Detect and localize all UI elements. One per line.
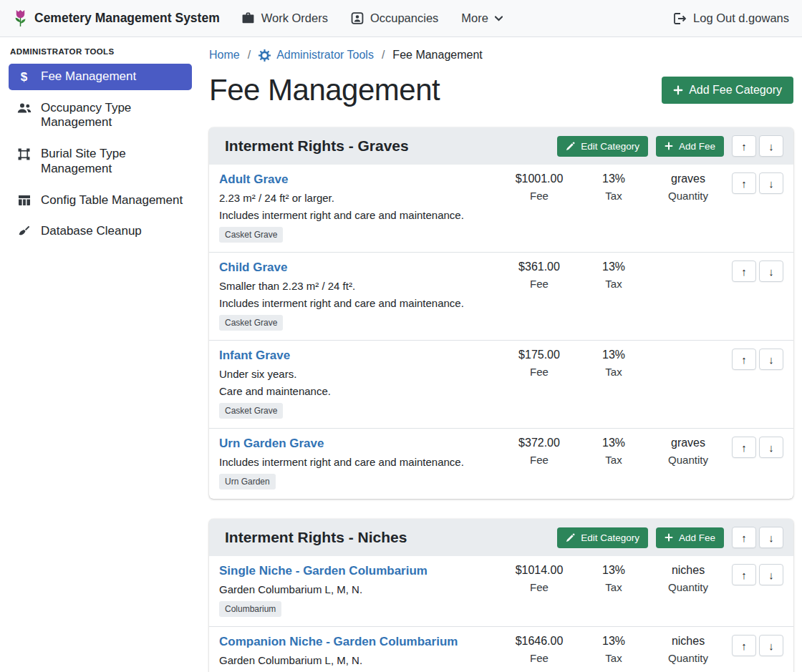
- breadcrumb-current: Fee Management: [392, 49, 482, 62]
- fee-description: Includes interment right and care and ma…: [219, 297, 501, 309]
- breadcrumb-separator: /: [382, 49, 385, 62]
- fee-amount: $372.00 Fee: [501, 437, 577, 490]
- tulip-logo-icon: [13, 9, 28, 27]
- fee-row: Adult Grave 2.23 m² / 24 ft² or larger. …: [209, 165, 793, 252]
- pencil-icon: [566, 533, 575, 542]
- fee-row: Companion Niche - Garden Columbarium Gar…: [209, 626, 793, 672]
- sidebar-item-fee-management[interactable]: $ Fee Management: [9, 64, 192, 90]
- main-content: Home /: [200, 37, 802, 672]
- logout-button[interactable]: Log Out d.gowans: [674, 11, 789, 25]
- fee-type-badge: Casket Grave: [219, 227, 283, 243]
- tax-rate: 13% Tax: [577, 349, 650, 419]
- fee-type-badge: Casket Grave: [219, 315, 283, 331]
- quantity-unit: niches Quantity: [650, 564, 726, 617]
- page-title: Fee Management: [209, 73, 440, 107]
- fee-description: Smaller than 2.23 m² / 24 ft².: [219, 280, 501, 292]
- sidebar-heading: Administrator Tools: [0, 47, 200, 64]
- quantity-unit: graves Quantity: [650, 172, 726, 243]
- fee-amount: $1646.00 Fee: [501, 635, 577, 672]
- quantity-unit: [650, 349, 726, 419]
- top-navbar: Cemetery Management System Work Orders O…: [0, 0, 802, 37]
- move-fee-down-button[interactable]: ↓: [759, 635, 783, 656]
- fee-row: Child Grave Smaller than 2.23 m² / 24 ft…: [209, 252, 793, 340]
- breadcrumb: Home /: [209, 49, 793, 62]
- move-fee-up-button[interactable]: ↑: [732, 260, 756, 282]
- fee-amount: $1014.00 Fee: [501, 564, 577, 617]
- nav-work-orders[interactable]: Work Orders: [241, 11, 328, 25]
- move-fee-up-button[interactable]: ↑: [732, 349, 756, 370]
- nav-occupancies[interactable]: Occupancies: [351, 11, 438, 25]
- fee-name-link[interactable]: Adult Grave: [219, 172, 288, 186]
- fee-amount: $361.00 Fee: [501, 260, 577, 331]
- move-fee-down-button[interactable]: ↓: [759, 564, 783, 585]
- sidebar-item-config-table-management[interactable]: Config Table Management: [9, 188, 192, 214]
- sidebar-item-burial-site-type-management[interactable]: Burial Site Type Management: [9, 141, 192, 182]
- tax-rate: 13% Tax: [577, 260, 650, 331]
- move-fee-up-button[interactable]: ↑: [732, 437, 756, 458]
- occupancies-icon: [351, 12, 364, 24]
- vector-square-icon: [16, 148, 32, 160]
- move-category-down-button[interactable]: ↓: [759, 135, 783, 157]
- work-orders-icon: [241, 12, 255, 24]
- fee-description: Care and maintenance.: [219, 385, 501, 397]
- add-fee-button[interactable]: Add Fee: [656, 136, 724, 157]
- tax-rate: 13% Tax: [577, 564, 650, 617]
- category-header: Interment Rights - Graves Edit Category …: [209, 127, 793, 165]
- nav-more[interactable]: More: [461, 11, 503, 25]
- breadcrumb-admin-tools-link[interactable]: Administrator Tools: [259, 49, 374, 62]
- fee-name-link[interactable]: Child Grave: [219, 260, 287, 274]
- quantity-unit: graves Quantity: [650, 437, 726, 490]
- admin-sidebar: Administrator Tools $ Fee Management Occ…: [0, 37, 200, 672]
- breadcrumb-separator: /: [248, 49, 251, 62]
- fee-name-link[interactable]: Infant Grave: [219, 349, 290, 362]
- plus-icon: [665, 142, 673, 150]
- edit-category-button[interactable]: Edit Category: [557, 527, 648, 548]
- fee-row: Infant Grave Under six years. Care and m…: [209, 340, 793, 428]
- broom-icon: [16, 225, 32, 237]
- move-fee-down-button[interactable]: ↓: [759, 172, 783, 194]
- category-title: Interment Rights - Graves: [225, 136, 557, 156]
- fee-name-link[interactable]: Single Niche - Garden Columbarium: [219, 564, 427, 578]
- tax-rate: 13% Tax: [577, 635, 650, 672]
- fee-name-link[interactable]: Companion Niche - Garden Columbarium: [219, 635, 458, 648]
- tax-rate: 13% Tax: [577, 437, 650, 490]
- move-fee-up-button[interactable]: ↑: [732, 635, 756, 656]
- fee-amount: $175.00 Fee: [501, 349, 577, 419]
- category-card-graves: Interment Rights - Graves Edit Category …: [209, 127, 793, 499]
- breadcrumb-home-link[interactable]: Home: [209, 49, 240, 62]
- dollar-icon: $: [16, 71, 32, 83]
- move-fee-up-button[interactable]: ↑: [732, 564, 756, 585]
- move-fee-up-button[interactable]: ↑: [732, 172, 756, 194]
- fee-type-badge: Urn Garden: [219, 474, 276, 490]
- plus-icon: [665, 533, 673, 542]
- move-category-down-button[interactable]: ↓: [759, 527, 783, 548]
- fee-description: Under six years.: [219, 368, 501, 380]
- add-fee-button[interactable]: Add Fee: [656, 527, 724, 548]
- app-brand[interactable]: Cemetery Management System: [13, 9, 220, 27]
- fee-description: Includes interment right and care and ma…: [219, 209, 501, 221]
- sidebar-nav: $ Fee Management Occupancy Type Manageme…: [0, 64, 200, 245]
- quantity-unit: [650, 260, 726, 331]
- move-fee-down-button[interactable]: ↓: [759, 349, 783, 370]
- category-header: Interment Rights - Niches Edit Category …: [209, 519, 793, 556]
- fee-type-badge: Columbarium: [219, 601, 281, 617]
- gear-icon: [259, 49, 271, 62]
- fee-list: Single Niche - Garden Columbarium Garden…: [209, 556, 793, 672]
- tax-rate: 13% Tax: [577, 172, 650, 243]
- add-fee-category-button[interactable]: Add Fee Category: [662, 77, 793, 104]
- move-category-up-button[interactable]: ↑: [732, 135, 756, 157]
- users-icon: [16, 102, 32, 114]
- fee-row: Urn Garden Grave Includes interment righ…: [209, 428, 793, 499]
- logout-icon: [674, 13, 687, 24]
- fee-row: Single Niche - Garden Columbarium Garden…: [209, 556, 793, 626]
- sidebar-item-occupancy-type-management[interactable]: Occupancy Type Management: [9, 95, 192, 136]
- edit-category-button[interactable]: Edit Category: [557, 136, 648, 157]
- quantity-unit: niches Quantity: [650, 635, 726, 672]
- sidebar-item-database-cleanup[interactable]: Database Cleanup: [9, 218, 192, 245]
- move-category-up-button[interactable]: ↑: [732, 527, 756, 548]
- fee-name-link[interactable]: Urn Garden Grave: [219, 437, 324, 450]
- fee-description: Includes interment right and care and ma…: [219, 456, 501, 468]
- fee-description: 2.23 m² / 24 ft² or larger.: [219, 192, 501, 204]
- move-fee-down-button[interactable]: ↓: [759, 437, 783, 458]
- move-fee-down-button[interactable]: ↓: [759, 260, 783, 282]
